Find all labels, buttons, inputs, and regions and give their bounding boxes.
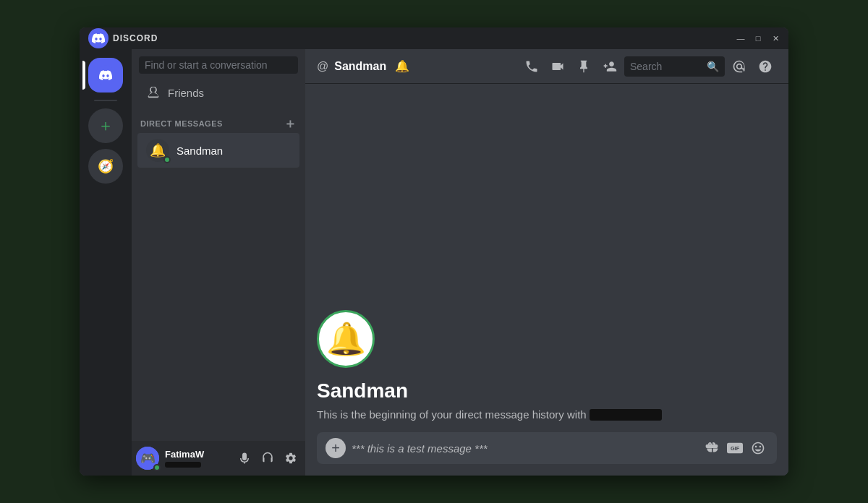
- user-controls: [234, 448, 301, 468]
- emoji-button[interactable]: [748, 438, 768, 458]
- dm-start-avatar: 🔔: [317, 310, 375, 368]
- close-button[interactable]: ✕: [771, 34, 780, 43]
- gift-button[interactable]: [702, 438, 722, 458]
- maximize-button[interactable]: □: [754, 34, 762, 43]
- chat-area: @ Sandman 🔔: [305, 49, 788, 476]
- minimize-button[interactable]: —: [736, 34, 745, 43]
- friends-icon: [146, 85, 161, 100]
- search-bar[interactable]: [132, 49, 305, 79]
- titlebar-title: DISCORD: [113, 33, 158, 43]
- main-content: ＋ 🧭 Friends DIRECT MESSAGES ＋: [80, 49, 788, 476]
- discord-logo-icon: [88, 28, 109, 48]
- add-server-icon: ＋: [98, 115, 114, 137]
- titlebar: DISCORD — □ ✕: [80, 27, 788, 49]
- titlebar-logo: DISCORD: [88, 28, 158, 48]
- dm-header-icon: @: [317, 60, 328, 73]
- discover-icon: 🧭: [98, 158, 114, 174]
- home-icon: [95, 65, 116, 85]
- dm-start-name: Sandman: [317, 379, 777, 403]
- settings-button[interactable]: [281, 448, 301, 468]
- dm-section-header: DIRECT MESSAGES ＋: [132, 106, 305, 133]
- user-name: FatimaW: [165, 449, 229, 460]
- input-attachment-button[interactable]: +: [326, 438, 346, 458]
- user-info: FatimaW: [165, 449, 229, 468]
- titlebar-controls: — □ ✕: [736, 34, 780, 43]
- chat-search-input[interactable]: [630, 61, 702, 72]
- chat-header-name: Sandman: [334, 60, 386, 73]
- input-right-buttons: GIF: [702, 438, 768, 458]
- current-user-avatar: 🎮: [136, 447, 159, 470]
- dm-username-redacted: [590, 409, 662, 421]
- video-button[interactable]: [546, 55, 569, 78]
- user-status-dot: [153, 464, 161, 471]
- mention-button[interactable]: [728, 55, 751, 78]
- dm-sidebar: Friends DIRECT MESSAGES ＋ 🔔 Sandman 🎮: [132, 49, 305, 476]
- help-button[interactable]: [754, 55, 777, 78]
- header-actions: 🔍: [520, 55, 777, 78]
- dm-start-desc: This is the beginning of your direct mes…: [317, 408, 777, 421]
- chat-input-box: + GIF: [317, 432, 777, 464]
- sandman-status-dot: [163, 156, 171, 163]
- chat-search[interactable]: 🔍: [624, 56, 725, 77]
- user-panel: 🎮 FatimaW: [132, 441, 305, 476]
- sandman-avatar: 🔔: [146, 139, 169, 162]
- chat-header-emoji: 🔔: [395, 59, 409, 73]
- find-conversation-input[interactable]: [139, 56, 298, 74]
- call-button[interactable]: [520, 55, 543, 78]
- user-status: [165, 460, 229, 468]
- sidebar-item-home[interactable]: [88, 58, 123, 93]
- deafen-button[interactable]: [258, 448, 278, 468]
- add-member-button[interactable]: [598, 55, 621, 78]
- dm-section-label: DIRECT MESSAGES: [140, 119, 223, 128]
- gif-button[interactable]: GIF: [725, 438, 745, 458]
- dm-add-button[interactable]: ＋: [284, 117, 297, 130]
- svg-text:GIF: GIF: [731, 445, 740, 452]
- friends-label: Friends: [168, 87, 204, 99]
- message-input[interactable]: [352, 442, 696, 455]
- mute-button[interactable]: [234, 448, 255, 468]
- sidebar-item-discover[interactable]: 🧭: [88, 149, 123, 184]
- friends-item[interactable]: Friends: [137, 79, 299, 106]
- search-icon: 🔍: [707, 61, 719, 72]
- chat-messages: 🔔 Sandman This is the beginning of your …: [305, 84, 788, 432]
- chat-header: @ Sandman 🔔: [305, 49, 788, 84]
- server-sidebar: ＋ 🧭: [80, 49, 132, 476]
- sidebar-item-add-server[interactable]: ＋: [88, 108, 123, 143]
- pin-button[interactable]: [572, 55, 595, 78]
- dm-start: 🔔 Sandman This is the beginning of your …: [317, 310, 777, 421]
- dm-item-sandman[interactable]: 🔔 Sandman: [137, 133, 299, 168]
- chat-input-area: + GIF: [305, 432, 788, 476]
- dm-item-name: Sandman: [176, 145, 223, 157]
